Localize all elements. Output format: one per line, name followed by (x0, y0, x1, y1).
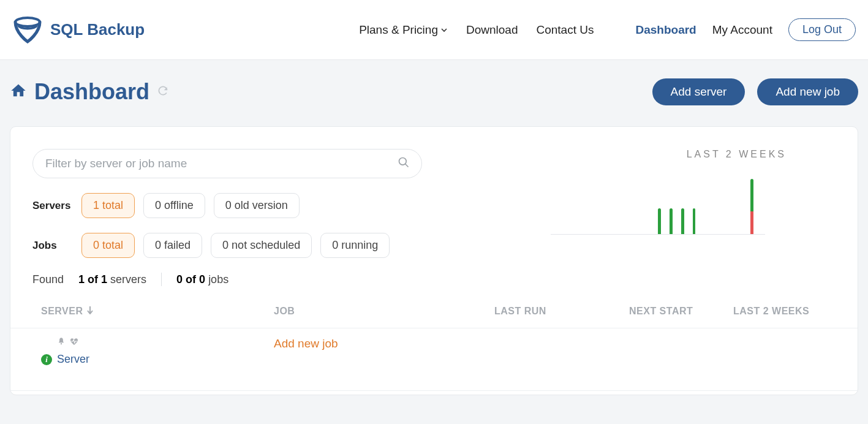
col-header-lastrun[interactable]: LAST RUN (494, 306, 629, 317)
server-row-icons (57, 337, 274, 348)
chart-bar (693, 208, 696, 234)
col-header-server[interactable]: SERVER (41, 306, 274, 317)
heartbeat-icon[interactable] (69, 337, 79, 348)
found-jobs: 0 of 0 jobs (176, 273, 228, 286)
svg-line-2 (406, 164, 409, 167)
logout-button[interactable]: Log Out (788, 18, 856, 41)
search-icon[interactable] (398, 156, 410, 171)
chart-bar (658, 208, 661, 234)
server-cell: i Server (41, 337, 274, 366)
sort-down-icon (87, 306, 93, 317)
chip-jobs-failed[interactable]: 0 failed (143, 233, 202, 258)
found-servers: 1 of 1 servers (78, 273, 146, 286)
col-header-job[interactable]: JOB (274, 306, 494, 317)
bell-icon[interactable] (57, 337, 66, 348)
page-head: Dashboard Add server Add new job (0, 60, 868, 114)
nav-center: Plans & Pricing Download Contact Us (359, 23, 594, 37)
nav-dashboard[interactable]: Dashboard (635, 23, 696, 37)
page-title: Dashboard (34, 79, 149, 105)
home-icon (10, 82, 27, 102)
svg-point-4 (61, 343, 62, 344)
main-panel: Servers 1 total 0 offline 0 old version … (10, 126, 858, 395)
divider (161, 273, 162, 286)
jobs-label: Jobs (32, 240, 73, 252)
chart-area (551, 173, 765, 235)
chip-jobs-running[interactable]: 0 running (320, 233, 390, 258)
job-cell: Add new job (274, 337, 494, 350)
chip-servers-oldversion[interactable]: 0 old version (214, 193, 300, 218)
chip-jobs-notscheduled[interactable]: 0 not scheduled (211, 233, 312, 258)
nav-right: Dashboard My Account Log Out (635, 18, 856, 41)
refresh-icon[interactable] (157, 85, 169, 99)
chart-column: LAST 2 WEEKS (480, 149, 836, 235)
nav-my-account[interactable]: My Account (712, 23, 772, 37)
nav-download-label: Download (466, 23, 518, 37)
found-servers-count: 1 of 1 (78, 273, 107, 286)
add-new-job-button[interactable]: Add new job (757, 78, 858, 105)
brand[interactable]: SQL Backup (12, 13, 145, 47)
chevron-down-icon (440, 23, 448, 37)
found-label: Found (32, 273, 64, 286)
chip-servers-total[interactable]: 1 total (81, 193, 135, 218)
servers-filter-row: Servers 1 total 0 offline 0 old version (32, 193, 455, 218)
chart-bar (750, 179, 753, 234)
nav-download[interactable]: Download (466, 23, 518, 37)
col-header-nextstart[interactable]: NEXT START (629, 306, 733, 317)
found-jobs-suffix: jobs (208, 273, 228, 286)
chart-bar (670, 208, 673, 234)
svg-point-0 (15, 18, 40, 26)
col-header-last2weeks[interactable]: LAST 2 WEEKS (733, 306, 836, 317)
chip-servers-offline[interactable]: 0 offline (143, 193, 205, 218)
head-actions: Add server Add new job (652, 78, 858, 105)
topbar: SQL Backup Plans & Pricing Download Cont… (0, 0, 868, 60)
col-header-server-label: SERVER (41, 306, 83, 317)
server-name-row[interactable]: i Server (41, 353, 274, 366)
chart-title: LAST 2 WEEKS (687, 149, 787, 160)
chip-jobs-total[interactable]: 0 total (81, 233, 135, 258)
server-name-link[interactable]: Server (57, 353, 89, 366)
nav-contact[interactable]: Contact Us (536, 23, 594, 37)
jobs-table: SERVER JOB LAST RUN NEXT START LAST 2 WE… (10, 306, 858, 391)
nav-contact-label: Contact Us (536, 23, 594, 37)
brand-name: SQL Backup (50, 20, 145, 39)
servers-label: Servers (32, 200, 73, 212)
found-row: Found 1 of 1 servers 0 of 0 jobs (32, 273, 455, 286)
found-jobs-count: 0 of 0 (176, 273, 205, 286)
add-new-job-link[interactable]: Add new job (274, 337, 338, 350)
found-servers-suffix: servers (110, 273, 146, 286)
info-icon: i (41, 354, 52, 365)
filter-box (32, 149, 422, 178)
jobs-filter-row: Jobs 0 total 0 failed 0 not scheduled 0 … (32, 233, 455, 258)
logo-icon (12, 13, 43, 47)
svg-point-1 (399, 158, 407, 165)
add-server-button[interactable]: Add server (652, 78, 745, 105)
filter-input[interactable] (32, 149, 422, 178)
chart-bar (681, 208, 684, 234)
nav-plans-label: Plans & Pricing (359, 23, 438, 37)
table-header: SERVER JOB LAST RUN NEXT START LAST 2 WE… (10, 306, 858, 328)
table-row: i Server Add new job (10, 328, 858, 391)
filters-column: Servers 1 total 0 offline 0 old version … (32, 149, 455, 286)
panel-top: Servers 1 total 0 offline 0 old version … (10, 127, 858, 286)
nav-plans-pricing[interactable]: Plans & Pricing (359, 23, 448, 37)
page-title-wrap: Dashboard (10, 79, 169, 105)
